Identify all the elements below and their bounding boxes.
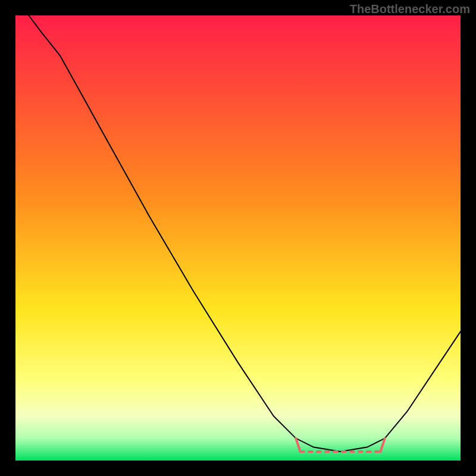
bottleneck-chart <box>15 15 461 461</box>
gradient-background <box>15 15 461 461</box>
watermark-text: TheBottlenecker.com <box>350 2 470 16</box>
chart-container <box>15 15 461 461</box>
